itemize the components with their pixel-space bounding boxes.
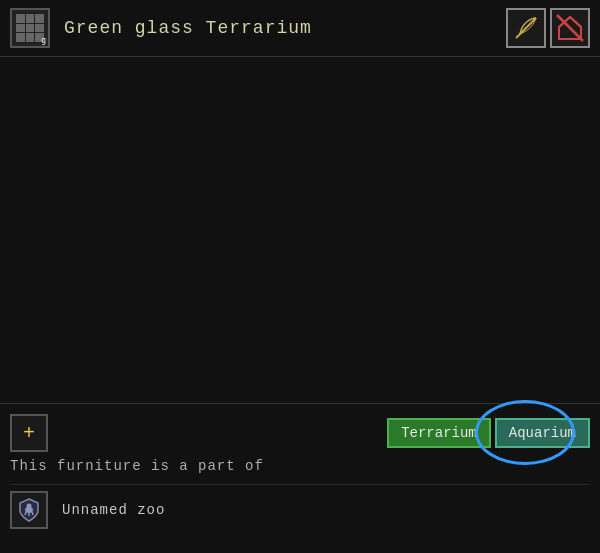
item-grid	[16, 14, 44, 42]
grid-cell	[16, 14, 25, 23]
page-title: Green glass Terrarium	[64, 18, 312, 38]
feather-icon-box	[506, 8, 546, 48]
shield-icon	[16, 497, 42, 523]
grid-cell	[26, 24, 35, 33]
header: g Green glass Terrarium	[0, 0, 600, 57]
item-icon: g	[10, 8, 50, 48]
grid-cell	[26, 33, 35, 42]
svg-line-0	[516, 18, 536, 38]
svg-line-7	[32, 512, 33, 515]
grid-cell	[35, 24, 44, 33]
feather-icon	[512, 14, 540, 42]
svg-point-4	[27, 504, 32, 509]
add-furniture-icon: +	[10, 414, 48, 452]
zoo-icon	[10, 491, 48, 529]
main-content	[0, 57, 600, 440]
svg-line-2	[557, 15, 583, 41]
no-house-icon	[555, 13, 585, 43]
aquarium-button-wrapper: Aquarium	[495, 418, 590, 448]
aquarium-button[interactable]: Aquarium	[495, 418, 590, 448]
zoo-row: Unnamed zoo	[10, 484, 590, 529]
bottom-section: + Terrarium Aquarium This furniture is a…	[0, 403, 600, 553]
svg-line-5	[25, 512, 26, 515]
item-icon-label: g	[41, 36, 46, 45]
header-icons	[506, 8, 590, 48]
terrarium-button[interactable]: Terrarium	[387, 418, 491, 448]
furniture-description: This furniture is a part of	[10, 458, 590, 474]
grid-cell	[26, 14, 35, 23]
zoo-name: Unnamed zoo	[62, 502, 165, 518]
grid-cell	[16, 33, 25, 42]
grid-cell	[16, 24, 25, 33]
furniture-row: + Terrarium Aquarium	[10, 414, 590, 452]
furniture-buttons: Terrarium Aquarium	[387, 418, 590, 448]
grid-cell	[35, 14, 44, 23]
no-house-icon-box	[550, 8, 590, 48]
